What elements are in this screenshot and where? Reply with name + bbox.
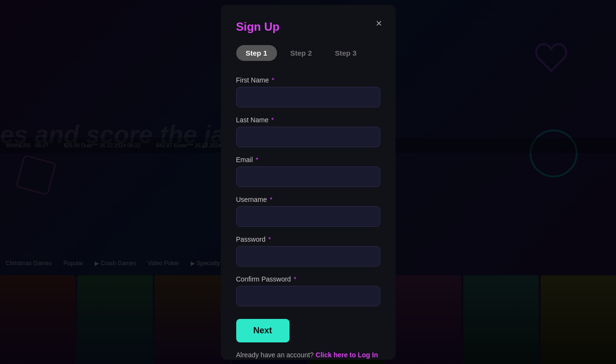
- modal-title: Sign Up: [236, 20, 380, 34]
- first-name-group: First Name *: [236, 76, 380, 107]
- close-button[interactable]: ×: [376, 18, 382, 29]
- step-3-button[interactable]: Step 3: [326, 45, 366, 61]
- confirm-password-input[interactable]: [236, 286, 380, 306]
- username-input[interactable]: [236, 206, 380, 227]
- required-star: *: [266, 235, 271, 243]
- email-group: Email *: [236, 156, 380, 187]
- step-1-button[interactable]: Step 1: [236, 45, 277, 61]
- required-star: *: [270, 76, 274, 84]
- required-star: *: [268, 196, 272, 203]
- first-name-label: First Name *: [236, 76, 380, 84]
- email-input[interactable]: [236, 166, 380, 187]
- login-prompt: Already have an account? Click here to L…: [236, 351, 380, 359]
- username-label: Username *: [236, 196, 380, 203]
- login-link[interactable]: Click here to Log In: [315, 351, 378, 359]
- last-name-group: Last Name *: [236, 116, 380, 147]
- last-name-input[interactable]: [236, 127, 380, 147]
- password-group: Password *: [236, 235, 380, 267]
- email-label: Email *: [236, 156, 380, 164]
- modal-backdrop: Sign Up × Step 1 Step 2 Step 3 First Nam…: [0, 0, 616, 364]
- password-label: Password *: [236, 235, 380, 243]
- next-button[interactable]: Next: [236, 319, 290, 342]
- confirm-password-group: Confirm Password *: [236, 275, 380, 306]
- username-group: Username *: [236, 196, 380, 227]
- required-star: *: [292, 275, 296, 283]
- steps-row: Step 1 Step 2 Step 3: [236, 45, 380, 61]
- required-star: *: [254, 156, 258, 164]
- required-star: *: [269, 116, 274, 124]
- confirm-password-label: Confirm Password *: [236, 275, 380, 283]
- signup-modal: Sign Up × Step 1 Step 2 Step 3 First Nam…: [221, 5, 396, 360]
- last-name-label: Last Name *: [236, 116, 380, 124]
- step-2-button[interactable]: Step 2: [281, 45, 322, 61]
- password-input[interactable]: [236, 246, 380, 267]
- first-name-input[interactable]: [236, 87, 380, 107]
